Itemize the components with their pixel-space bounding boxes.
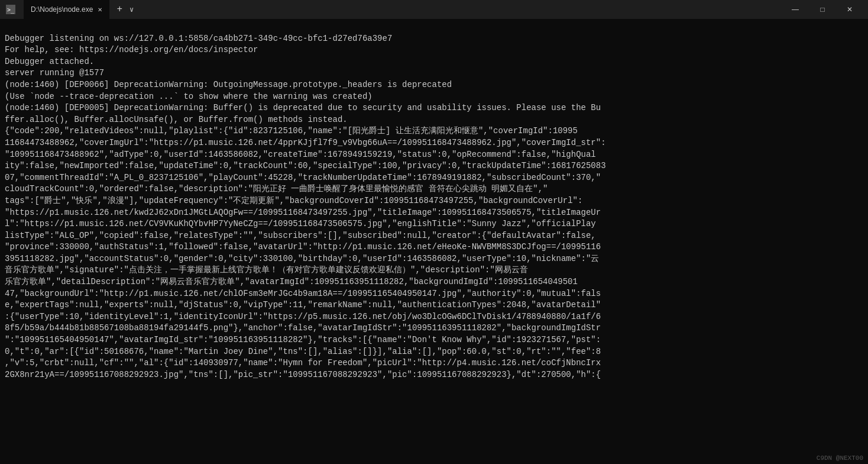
terminal-line: tags":["爵士","快乐","浪漫"],"updateFrequency"… bbox=[5, 195, 863, 207]
title-bar-icon: >_ bbox=[5, 4, 17, 15]
terminal-body[interactable]: Debugger listening on ws://127.0.0.1:585… bbox=[0, 19, 868, 464]
terminal-line: (node:1460) [DEP0005] DeprecationWarning… bbox=[5, 102, 863, 114]
terminal-line: Debugger listening on ws://127.0.0.1:585… bbox=[5, 33, 863, 45]
tab-add-button[interactable]: + bbox=[112, 4, 127, 15]
title-bar-tab[interactable]: D:\Nodejs\node.exe ✕ bbox=[24, 0, 109, 19]
terminal-line: ity":false,"newImported":false,"updateTi… bbox=[5, 160, 863, 172]
title-bar: >_ D:\Nodejs\node.exe ✕ + ∨ — □ ✕ bbox=[0, 0, 868, 19]
terminal-line: "province":330000,"authStatus":1,"follow… bbox=[5, 241, 863, 253]
maximize-button[interactable]: □ bbox=[809, 0, 836, 19]
terminal-line: l":"https://p1.music.126.net/CV9VKuKhQYb… bbox=[5, 218, 863, 230]
terminal-line: (Use `node --trace-deprecation ...` to s… bbox=[5, 91, 863, 103]
tab-close-icon[interactable]: ✕ bbox=[98, 7, 102, 13]
terminal-line: {"code":200,"relatedVideos":null,"playli… bbox=[5, 125, 863, 137]
terminal-line: "https://p1.music.126.net/kwd2J62xDn1JMG… bbox=[5, 207, 863, 219]
terminal-line: "109951168473488962","adType":0,"userId"… bbox=[5, 149, 863, 161]
terminal-line: 0,"t":0,"ar":[{"id":50168676,"name":"Mar… bbox=[5, 346, 863, 358]
terminal-line: 音乐官方歌单","signature":"点击关注，一手掌握最新上线官方歌单！（… bbox=[5, 265, 863, 276]
terminal-line: ffer.alloc(), Buffer.allocUnsafe(), or B… bbox=[5, 114, 863, 126]
terminal-line: 乐官方歌单","detailDescription":"网易云音乐官方歌单","… bbox=[5, 276, 863, 288]
terminal-line: listType":"ALG_OP","copied":false,"relat… bbox=[5, 230, 863, 242]
terminal-line: ,"v":5,"crbt":null,"cf":"","al":{"id":14… bbox=[5, 357, 863, 369]
terminal-line: ":"109951165404950147","avatarImgId_str"… bbox=[5, 334, 863, 346]
terminal-line: cloudTrackCount":0,"ordered":false,"desc… bbox=[5, 183, 863, 195]
minimize-button[interactable]: — bbox=[782, 0, 809, 19]
terminal-line: 3951118282.jpg","accountStatus":0,"gende… bbox=[5, 253, 863, 265]
tab-title: D:\Nodejs\node.exe bbox=[31, 5, 93, 14]
terminal-line: Debugger attached. bbox=[5, 56, 863, 68]
terminal-line: For help, see: https://nodejs.org/en/doc… bbox=[5, 44, 863, 56]
terminal-line: 11684473488962,"coverImgUrl":"https://p1… bbox=[5, 137, 863, 149]
title-bar-controls: — □ ✕ bbox=[782, 0, 863, 19]
terminal-line: :{"userType":10,"identityLevel":1,"ident… bbox=[5, 311, 863, 323]
terminal-line: 8f5/b59a/b444b81b88567108ba88194fa29144f… bbox=[5, 323, 863, 334]
close-button[interactable]: ✕ bbox=[836, 0, 863, 19]
svg-text:>_: >_ bbox=[7, 7, 15, 14]
terminal-line: 2GX8nr21yA==/109951167088292923.jpg","tn… bbox=[5, 369, 863, 381]
terminal-line: 47,"backgroundUrl":"http://p1.music.126.… bbox=[5, 288, 863, 300]
terminal-line: 07,"commentThreadId":"A_PL_0_8237125106"… bbox=[5, 172, 863, 184]
terminal-line: server running @1577 bbox=[5, 67, 863, 79]
terminal-line: e,"expertTags":null,"experts":null,"djSt… bbox=[5, 299, 863, 311]
terminal-line: (node:1460) [DEP0066] DeprecationWarning… bbox=[5, 79, 863, 91]
watermark: C9DN @NEXT00 bbox=[817, 455, 863, 462]
tab-chevron-icon[interactable]: ∨ bbox=[127, 5, 136, 14]
